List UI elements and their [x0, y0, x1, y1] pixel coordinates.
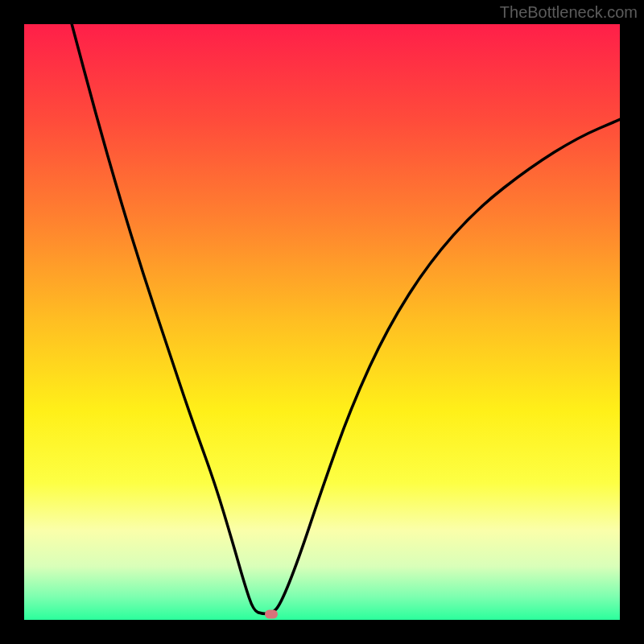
bottleneck-curve: [72, 24, 620, 614]
curve-layer: [24, 24, 620, 620]
optimal-marker: [265, 609, 278, 618]
plot-area: [24, 24, 620, 620]
watermark-text: TheBottleneck.com: [500, 3, 638, 22]
chart-container: TheBottleneck.com: [0, 0, 644, 644]
